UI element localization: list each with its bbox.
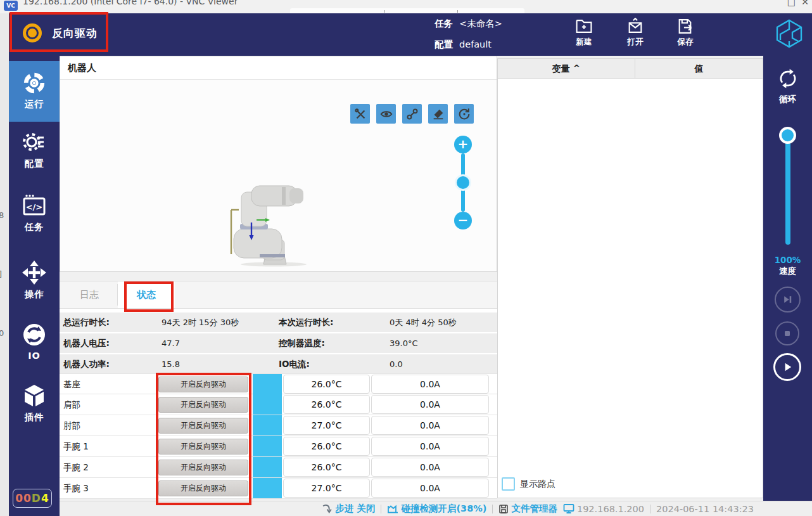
sidebar-item-label: 插件: [9, 411, 60, 423]
enable-reverse-drive-button[interactable]: 开启反向驱动: [158, 460, 248, 475]
task-label: 任务: [435, 18, 453, 29]
statusbar-divider: [650, 505, 650, 513]
joint-name: 肘部: [63, 415, 80, 436]
enable-reverse-drive-button[interactable]: 开启反向驱动: [158, 377, 248, 392]
sidebar-item-label: 配置: [9, 158, 60, 170]
show-waypoints-checkbox[interactable]: [502, 477, 515, 491]
eye-icon: [379, 107, 393, 121]
enable-reverse-drive-button[interactable]: 开启反向驱动: [158, 439, 248, 455]
step-mode-status[interactable]: 步进 关闭: [322, 503, 375, 515]
zoom-in-button[interactable]: +: [454, 136, 472, 153]
enable-reverse-drive-button[interactable]: 开启反向驱动: [158, 418, 248, 434]
config-value: default: [459, 39, 492, 49]
speed-slider-track[interactable]: [785, 132, 790, 245]
view-path-button[interactable]: [402, 104, 422, 124]
sidebar-item-operate[interactable]: 操作: [9, 260, 60, 300]
view-erase-button[interactable]: [428, 104, 448, 124]
zoom-slider-handle[interactable]: [455, 174, 471, 191]
joint-row-base: 基座 开启反向驱动 26.0°C 0.0A: [60, 373, 497, 394]
stop-button[interactable]: [775, 321, 799, 345]
joint-load-bar: [253, 374, 282, 394]
tab-status[interactable]: 状态: [118, 281, 175, 308]
view-reset-button[interactable]: [454, 104, 474, 124]
zoom-out-button[interactable]: −: [454, 212, 472, 229]
joint-temperature: 26.0°C: [283, 458, 370, 477]
robot-3d-view[interactable]: [226, 179, 318, 268]
joint-temperature: 26.0°C: [283, 395, 370, 414]
open-task-button[interactable]: 打开: [616, 18, 654, 48]
step-arrow-icon: [322, 503, 333, 514]
statusbar-divider: [492, 505, 493, 513]
info-label: 机器人电压:: [63, 333, 110, 353]
info-value: 47.7: [162, 333, 180, 353]
tab-log[interactable]: 日志: [62, 281, 117, 308]
sidebar-item-config[interactable]: 配置: [9, 129, 60, 170]
joint-row-wrist1: 手腕 1 开启反向驱动 26.0°C 0.0A: [60, 436, 497, 457]
speed-slider-handle[interactable]: [779, 127, 796, 144]
info-value: 0.0: [390, 354, 403, 374]
sidebar-item-io[interactable]: IO: [9, 322, 60, 361]
joint-load-bar: [253, 436, 282, 456]
new-task-label: 新建: [565, 37, 603, 48]
sidebar-item-label: 任务: [9, 221, 60, 233]
open-icon: [626, 18, 645, 35]
sidebar-item-plugin[interactable]: 插件: [9, 383, 60, 423]
sidebar-item-run[interactable]: 运行: [9, 61, 60, 122]
gear-icon: [22, 129, 47, 155]
save-task-button[interactable]: 保存: [666, 18, 704, 48]
joint-load-bar: [253, 394, 282, 415]
edge-fragment: 0: [0, 328, 4, 338]
reverse-drive-button[interactable]: 反向驱动: [14, 17, 108, 49]
joint-row-elbow: 肘部 开启反向驱动 27.0°C 0.0A: [60, 415, 497, 436]
joint-current: 0.0A: [371, 479, 489, 498]
cube-icon: [22, 383, 47, 408]
joint-temperature: 26.0°C: [283, 375, 370, 394]
status-table: 总运行时长: 94天 2时 15分 30秒 本次运行时长: 0天 4时 4分 5…: [60, 309, 497, 499]
edge-fragment: ]: [0, 269, 2, 279]
value-column-header[interactable]: 值: [635, 59, 763, 79]
file-manager-icon: [498, 504, 509, 514]
step-forward-button[interactable]: [775, 287, 801, 313]
joint-current: 0.0A: [371, 395, 489, 414]
collision-label: 碰撞检测开启(38%): [401, 503, 486, 515]
new-task-button[interactable]: 新建: [565, 18, 603, 48]
file-manager-button[interactable]: 文件管理器: [498, 503, 557, 515]
show-waypoints-label: 显示路点: [520, 479, 555, 490]
nav-sidebar: 运行 配置 </> 任务 操作: [9, 56, 60, 516]
close-button[interactable]: ✕: [801, 0, 809, 7]
view-tools-button[interactable]: [350, 104, 370, 124]
new-folder-icon: [574, 18, 593, 35]
tools-icon: [353, 107, 367, 121]
maximize-button[interactable]: □: [787, 0, 796, 7]
config-label: 配置: [435, 39, 453, 49]
info-label: 机器人功率:: [63, 354, 110, 374]
app-root: VC 192.168.1.200 (Intel Core i7- 64.0) -…: [0, 0, 812, 516]
file-manager-label: 文件管理器: [511, 503, 557, 515]
window-title: 192.168.1.200 (Intel Core i7- 64.0) - VN…: [23, 0, 238, 6]
joint-temperature: 27.0°C: [283, 416, 370, 435]
joint-name: 基座: [63, 374, 80, 395]
joint-load-bar: [253, 478, 282, 498]
loop-icon[interactable]: [777, 67, 799, 90]
vnc-toolbar-strip[interactable]: [290, 8, 524, 13]
joint-row-shoulder: 肩部 开启反向驱动 26.0°C 0.0A: [60, 394, 497, 415]
view-visibility-button[interactable]: [376, 104, 396, 124]
ip-address: 192.168.1.200: [577, 504, 644, 514]
statusbar-divider: [381, 505, 381, 513]
playback-sidebar: 循环 100% 速度: [763, 56, 812, 501]
monitor-icon: [563, 503, 574, 514]
play-button[interactable]: [773, 353, 801, 381]
enable-reverse-drive-button[interactable]: 开启反向驱动: [158, 481, 248, 496]
background-window-edge: 8 ] 0: [0, 13, 9, 516]
info-label: 总运行时长:: [63, 313, 110, 332]
joint-load-bar: [253, 415, 282, 435]
save-icon: [676, 18, 695, 35]
robot-panel-title: 机器人: [60, 56, 497, 80]
sidebar-item-task[interactable]: </> 任务: [9, 193, 60, 233]
variable-column-header[interactable]: 变量 ^: [498, 59, 635, 79]
enable-reverse-drive-button[interactable]: 开启反向驱动: [158, 397, 248, 413]
badge-part: D: [32, 492, 41, 505]
save-task-label: 保存: [666, 37, 704, 48]
sidebar-item-label: 操作: [9, 288, 60, 300]
collision-detect-status[interactable]: 碰撞检测开启(38%): [387, 503, 486, 515]
